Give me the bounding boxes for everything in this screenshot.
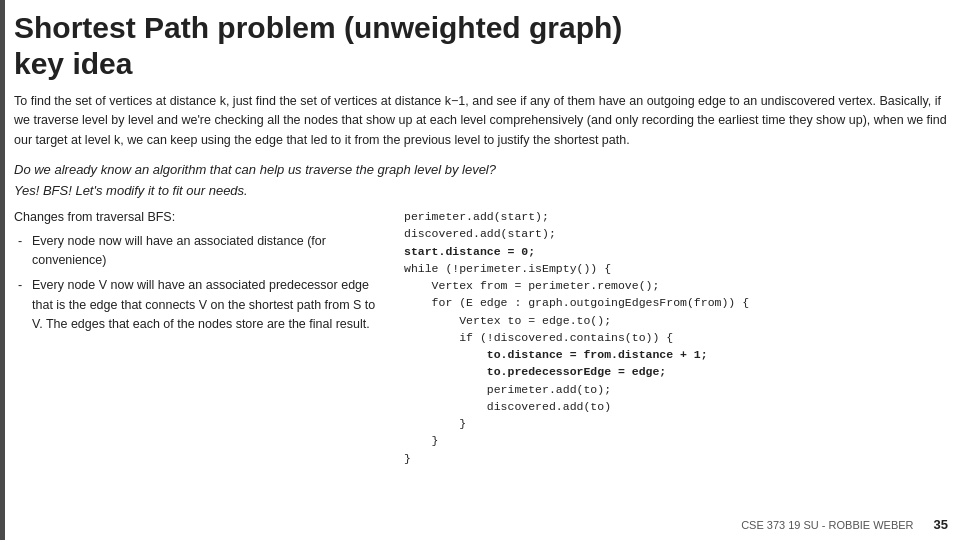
code-line: perimeter.add(start);: [404, 208, 950, 225]
page-number: 35: [934, 517, 948, 532]
question-text: Do we already know an algorithm that can…: [14, 162, 950, 177]
code-line: for (E edge : graph.outgoingEdgesFrom(fr…: [404, 294, 950, 311]
intro-paragraph: To find the set of vertices at distance …: [14, 92, 950, 150]
bottom-section: Changes from traversal BFS: Every node n…: [14, 208, 950, 467]
footer: CSE 373 19 SU - ROBBIE WEBER 35: [741, 517, 948, 532]
code-line: to.predecessorEdge = edge;: [404, 363, 950, 380]
code-line: }: [404, 450, 950, 467]
code-block: perimeter.add(start);discovered.add(star…: [404, 208, 950, 467]
left-border: [0, 0, 5, 540]
code-line: start.distance = 0;: [404, 243, 950, 260]
code-line: perimeter.add(to);: [404, 381, 950, 398]
code-line: while (!perimeter.isEmpty()) {: [404, 260, 950, 277]
changes-header: Changes from traversal BFS:: [14, 208, 384, 227]
code-line: Vertex from = perimeter.remove();: [404, 277, 950, 294]
changes-items: Every node now will have an associated d…: [14, 232, 384, 335]
answer-text: Yes! BFS! Let's modify it to fit our nee…: [14, 183, 950, 198]
list-item: Every node V now will have an associated…: [14, 276, 384, 334]
code-line: }: [404, 415, 950, 432]
code-line: to.distance = from.distance + 1;: [404, 346, 950, 363]
code-line: Vertex to = edge.to();: [404, 312, 950, 329]
course-label: CSE 373 19 SU - ROBBIE WEBER: [741, 519, 913, 531]
slide-title: Shortest Path problem (unweighted graph)…: [14, 10, 950, 82]
changes-list: Changes from traversal BFS: Every node n…: [14, 208, 384, 467]
code-line: if (!discovered.contains(to)) {: [404, 329, 950, 346]
list-item: Every node now will have an associated d…: [14, 232, 384, 271]
code-line: discovered.add(start);: [404, 225, 950, 242]
code-line: }: [404, 432, 950, 449]
slide-content: Shortest Path problem (unweighted graph)…: [14, 10, 950, 530]
code-line: discovered.add(to): [404, 398, 950, 415]
